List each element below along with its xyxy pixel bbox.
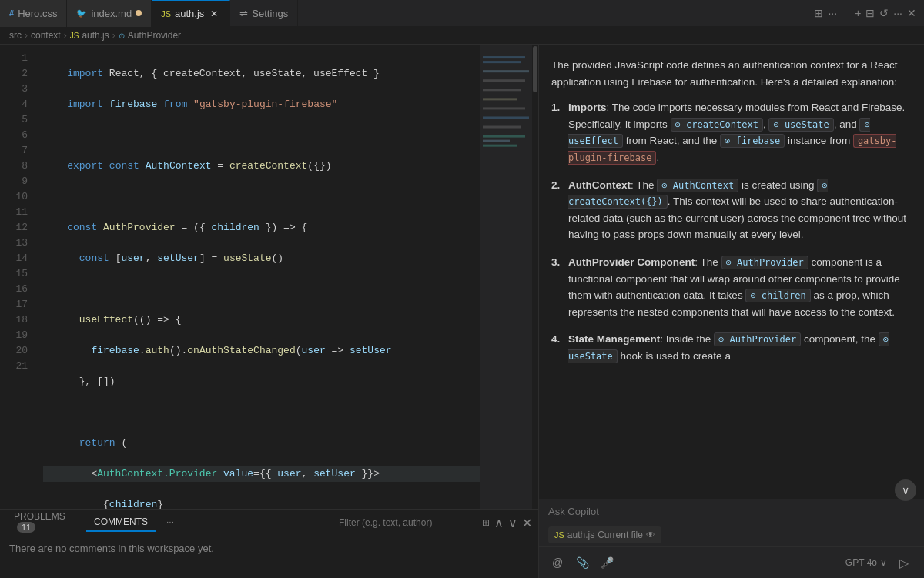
- ai-item4-content: State Management: Inside the ⊙ AuthProvi…: [568, 331, 912, 364]
- tab-auth-js-close[interactable]: ✕: [208, 8, 220, 20]
- ai-code-createContext: ⊙ createContext: [671, 118, 763, 132]
- restore-icon[interactable]: ↺: [879, 7, 889, 19]
- ai-pane: The provided JavaScript code defines an …: [539, 45, 924, 578]
- bc-src[interactable]: src: [9, 30, 22, 41]
- ai-item3-num: 3.: [551, 254, 564, 271]
- more-ai-icon[interactable]: ···: [893, 7, 902, 19]
- bc-context[interactable]: context: [31, 30, 61, 41]
- ai-footer: JS auth.js Current file 👁 @ 📎 🎤 GPT 4o ∨…: [539, 499, 924, 578]
- main-layout: 12345 678910 1112131415 1617181920 21 im…: [0, 45, 924, 578]
- gpt-model-selector[interactable]: GPT 4o ∨: [845, 557, 887, 568]
- modified-dot: [136, 10, 142, 16]
- chevron-down-icon[interactable]: ∨: [508, 516, 517, 530]
- ai-code-AuthProvider2: ⊙ AuthProvider: [714, 332, 801, 346]
- ai-code-children: ⊙ children: [745, 289, 810, 302]
- svg-rect-4: [483, 89, 521, 91]
- line-numbers: 12345 678910 1112131415 1617181920 21: [0, 45, 37, 509]
- ai-item4-num: 4.: [551, 331, 564, 348]
- tab-index-md[interactable]: 🐦 index.md: [67, 0, 152, 27]
- code-line-15: {children}: [43, 497, 480, 509]
- ai-content[interactable]: The provided JavaScript code defines an …: [539, 45, 924, 499]
- svg-rect-6: [483, 107, 525, 109]
- ai-item3-bold: AuthProvider Component: [568, 256, 695, 268]
- ai-item1-content: Imports: The code imports necessary modu…: [568, 99, 912, 165]
- tab-comments[interactable]: COMMENTS: [86, 513, 156, 532]
- svg-rect-5: [483, 98, 517, 100]
- ai-list-item-3: 3. AuthProvider Component: The ⊙ AuthPro…: [551, 254, 912, 320]
- more-tabs-icon[interactable]: ···: [828, 7, 837, 19]
- bottom-panel: PROBLEMS 11 COMMENTS ··· ⊞ ∧ ∨ ✕: [0, 509, 538, 578]
- svg-rect-8: [483, 126, 521, 129]
- ai-intro-text: The provided JavaScript code defines an …: [551, 57, 912, 90]
- new-chat-icon[interactable]: +: [855, 7, 861, 19]
- tab-problems[interactable]: PROBLEMS 11: [6, 508, 83, 537]
- ai-item2-content: AuthContext: The ⊙ AuthContext is create…: [568, 177, 912, 243]
- code-line-7: const [user, setUser] = useState(): [43, 251, 480, 266]
- tab-more[interactable]: ···: [159, 513, 182, 532]
- split-editor-icon[interactable]: ⊞: [814, 7, 823, 19]
- mic-icon[interactable]: 🎤: [598, 553, 616, 572]
- ai-code-firebase: ⊙ firebase: [720, 134, 785, 148]
- code-line-8: [43, 282, 480, 297]
- file-chip-name: auth.js: [567, 530, 594, 540]
- close-ai-icon[interactable]: ✕: [907, 7, 916, 19]
- bottom-tabs-bar: PROBLEMS 11 COMMENTS ··· ⊞ ∧ ∨ ✕: [0, 510, 538, 536]
- chevron-up-icon[interactable]: ∧: [494, 516, 504, 530]
- breadcrumb: src › context › JS auth.js › ⊙ AuthProvi…: [0, 27, 924, 45]
- chat-history-icon[interactable]: ⊟: [865, 7, 875, 19]
- tab-hero-css-label: Hero.css: [18, 8, 57, 19]
- code-area[interactable]: import React, { createContext, useState,…: [37, 45, 480, 509]
- svg-rect-11: [483, 145, 517, 147]
- ai-list: 1. Imports: The code imports necessary m…: [551, 99, 912, 364]
- tab-settings-label: Settings: [252, 8, 288, 19]
- svg-rect-0: [483, 56, 525, 58]
- no-comments-message: There are no comments in this workspace …: [9, 543, 214, 554]
- scroll-down-button[interactable]: ∨: [895, 479, 916, 501]
- filter-input[interactable]: [339, 517, 477, 528]
- css-icon: #: [9, 8, 14, 18]
- ai-item2-num: 2.: [551, 177, 564, 194]
- close-panel-icon[interactable]: ✕: [522, 516, 532, 530]
- ai-item4-bold: State Management: [568, 333, 660, 345]
- file-js-icon: JS: [554, 530, 564, 540]
- tab-auth-js[interactable]: JS auth.js ✕: [152, 0, 230, 27]
- bottom-panel-content: There are no comments in this workspace …: [0, 536, 538, 560]
- at-icon[interactable]: @: [548, 553, 567, 572]
- scrollbar-thumb[interactable]: [533, 46, 537, 92]
- code-line-1: import React, { createContext, useState,…: [43, 66, 480, 82]
- svg-rect-1: [483, 61, 521, 63]
- svg-rect-2: [483, 70, 529, 72]
- ai-item1-bold: Imports: [568, 102, 607, 113]
- editor-content[interactable]: 12345 678910 1112131415 1617181920 21 im…: [0, 45, 538, 509]
- tab-auth-js-label: auth.js: [175, 8, 204, 19]
- svg-rect-10: [483, 140, 510, 142]
- bc-auth-js[interactable]: auth.js: [82, 30, 109, 41]
- ai-ask-input[interactable]: [548, 506, 915, 517]
- ai-code-useState: ⊙ useState: [768, 118, 833, 132]
- code-line-4: export const AuthContext = createContext…: [43, 159, 480, 174]
- svg-rect-3: [483, 79, 525, 82]
- code-line-3: [43, 128, 480, 143]
- ai-code-AuthContext: ⊙ AuthContext: [657, 179, 738, 192]
- bc-sep1: ›: [25, 30, 28, 41]
- bottom-panel-actions: ⊞ ∧ ∨ ✕: [185, 516, 532, 530]
- tab-hero-css[interactable]: # Hero.css: [0, 0, 67, 27]
- file-chip-eye-icon[interactable]: 👁: [646, 530, 655, 540]
- tab-bar-actions: ⊞ ···: [806, 7, 845, 19]
- ai-list-item-2: 2. AuthContext: The ⊙ AuthContext is cre…: [551, 177, 912, 243]
- filter-icon: ⊞: [482, 517, 490, 528]
- gpt-chevron-icon: ∨: [880, 557, 887, 568]
- ai-file-chip[interactable]: JS auth.js Current file 👁: [548, 526, 661, 543]
- attach-icon[interactable]: 📎: [573, 553, 591, 572]
- code-line-10: firebase.auth().onAuthStateChanged(user …: [43, 343, 480, 359]
- tab-settings[interactable]: ⇌ Settings: [230, 0, 298, 27]
- gpt-model-label: GPT 4o: [845, 557, 877, 568]
- editor-scrollbar[interactable]: [532, 45, 538, 509]
- bc-auth-provider[interactable]: AuthProvider: [128, 30, 181, 41]
- code-line-5: [43, 189, 480, 205]
- ai-ask-bar[interactable]: [539, 499, 924, 523]
- code-line-11: }, []): [43, 374, 480, 389]
- ai-send-button[interactable]: ▷: [893, 552, 915, 573]
- code-line-6: const AuthProvider = ({ children }) => {: [43, 220, 480, 236]
- ai-list-item-1: 1. Imports: The code imports necessary m…: [551, 99, 912, 165]
